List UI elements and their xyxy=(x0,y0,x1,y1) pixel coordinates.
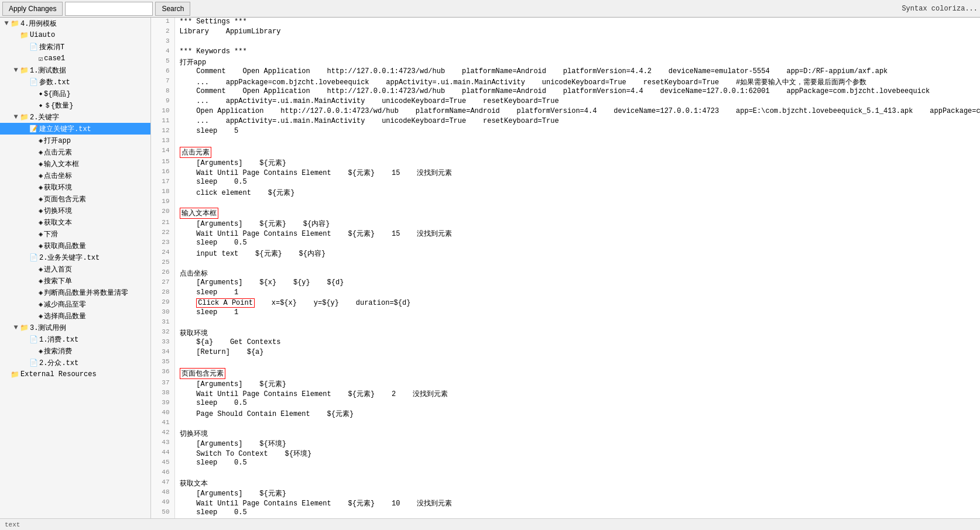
line-content[interactable]: Click A Point x=${x} y=${y} duration=${d… xyxy=(174,298,980,308)
sidebar-item-get-text[interactable]: ◈获取文本 xyxy=(0,216,150,228)
line-content[interactable]: ... appPackage=com.bjzcht.lovebeequick a… xyxy=(174,77,980,87)
code-editor[interactable]: 1*** Settings ***2Library AppiumLibrary3… xyxy=(151,18,980,518)
line-content[interactable] xyxy=(174,198,980,208)
sidebar-item-reduce-goods[interactable]: ◈减少商品至零 xyxy=(0,298,150,310)
highlighted-keyword: 页面包含元素 xyxy=(180,368,225,379)
line-content[interactable]: 切换环境 xyxy=(174,429,980,439)
sidebar-item-page-contains[interactable]: ◈页面包含元素 xyxy=(0,193,150,205)
search-input[interactable] xyxy=(65,2,153,16)
sidebar-item-search-order[interactable]: 📄搜索消T xyxy=(0,41,150,53)
sidebar-item-judge-clear[interactable]: ◈判断商品数量并将数量清零 xyxy=(0,287,150,298)
line-content[interactable] xyxy=(174,259,980,269)
sidebar-item-fen-txt[interactable]: 📄2.分众.txt xyxy=(0,357,150,369)
line-content[interactable] xyxy=(174,358,980,368)
line-content[interactable]: Wait Until Page Contains Element ${元素} 1… xyxy=(174,168,980,178)
sidebar-label-input-text: 输入文本框 xyxy=(44,159,79,169)
line-number: 18 xyxy=(151,188,174,198)
line-content[interactable]: [Arguments] ${x} ${y} ${d} xyxy=(174,278,980,288)
line-content[interactable]: 获取文本 xyxy=(174,479,980,488)
sidebar-item-biz-keywords[interactable]: 📄2.业务关键字.txt xyxy=(0,252,150,263)
line-content[interactable]: 页面包含元素 xyxy=(174,368,980,379)
line-content[interactable]: 打开app xyxy=(174,57,980,67)
line-content[interactable] xyxy=(174,318,980,328)
line-content[interactable]: sleep 1 xyxy=(174,288,980,298)
line-content[interactable]: Library AppiumLibrary xyxy=(174,27,980,37)
line-content[interactable]: sleep 0.5 xyxy=(174,239,980,249)
line-content[interactable]: [Arguments] ${环境} xyxy=(174,439,980,449)
line-content[interactable]: input text ${元素} ${内容} xyxy=(174,249,980,259)
line-content[interactable]: 点击坐标 xyxy=(174,269,980,278)
sidebar-item-input-text[interactable]: ◈输入文本框 xyxy=(0,158,150,170)
sidebar-item-external-resources[interactable]: 📁External Resources xyxy=(0,369,150,380)
sidebar-item-search-order2[interactable]: ◈搜索下单 xyxy=(0,275,150,287)
line-content[interactable]: ... appActivity=.ui.main.MainActivity un… xyxy=(174,97,980,107)
sidebar-item-click-coord[interactable]: ◈点击坐标 xyxy=(0,170,150,181)
line-content[interactable]: 点击元素 xyxy=(174,147,980,158)
sidebar-item-get-env[interactable]: ◈获取环境 xyxy=(0,181,150,193)
sidebar-item-keyword-file[interactable]: 📝建立关键字.txt xyxy=(0,123,150,135)
sidebar-item-consume-txt[interactable]: 📄1.消费.txt xyxy=(0,333,150,345)
line-content[interactable]: sleep 0.5 xyxy=(174,508,980,518)
line-content[interactable]: ${a} Get Contexts xyxy=(174,338,980,348)
sidebar-item-params[interactable]: 📄参数.txt xyxy=(0,76,150,88)
sidebar-item-test-data[interactable]: ▼📁1.测试数据 xyxy=(0,64,150,76)
line-content[interactable]: Comment Open Application http://127.0.0.… xyxy=(174,87,980,97)
node-icon-keywords: 📁 xyxy=(20,113,29,122)
sidebar-label-click-element: 点击元素 xyxy=(44,147,72,157)
line-content[interactable]: [Arguments] ${元素} xyxy=(174,488,980,498)
line-content[interactable]: Comment Open Application http://127.0.0.… xyxy=(174,67,980,77)
line-content[interactable]: [Return] ${a} xyxy=(174,348,980,358)
line-content[interactable]: sleep 0.5 xyxy=(174,459,980,469)
sidebar-item-keywords[interactable]: ▼📁2.关键字 xyxy=(0,111,150,123)
line-content[interactable]: 输入文本框 xyxy=(174,208,980,219)
line-content[interactable]: sleep 5 xyxy=(174,127,980,137)
sidebar-item-switch-env[interactable]: ◈切换环境 xyxy=(0,205,150,216)
status-bar: text xyxy=(0,518,980,530)
line-content[interactable]: *** Keywords *** xyxy=(174,47,980,57)
line-content[interactable] xyxy=(174,419,980,429)
line-content[interactable]: ... appActivity=.ui.main.MainActivity un… xyxy=(174,117,980,127)
sidebar-item-get-count[interactable]: ◈获取商品数量 xyxy=(0,240,150,252)
line-content[interactable]: [Arguments] ${元素} xyxy=(174,158,980,168)
sidebar-item-test-examples[interactable]: ▼📁3.测试用例 xyxy=(0,322,150,333)
line-content[interactable]: [Arguments] ${元素} xyxy=(174,379,980,389)
line-content[interactable]: 获取环境 xyxy=(174,328,980,338)
table-row: 43 [Arguments] ${环境} xyxy=(151,439,980,449)
line-content[interactable]: sleep 1 xyxy=(174,308,980,318)
line-content[interactable] xyxy=(174,37,980,47)
sidebar-item-select-goods[interactable]: ◈选择商品数量 xyxy=(0,310,150,322)
line-content[interactable]: sleep 0.5 xyxy=(174,178,980,188)
line-content[interactable]: Wait Until Page Contains Element ${元素} 2… xyxy=(174,389,980,399)
line-content[interactable]: click element ${元素} xyxy=(174,188,980,198)
sidebar-item-case1[interactable]: ☑case1 xyxy=(0,53,150,64)
line-content[interactable] xyxy=(174,137,980,147)
sidebar-item-goods[interactable]: ⬥${商品} xyxy=(0,88,150,99)
expand-icon-examples[interactable]: ▼ xyxy=(2,19,11,27)
line-content[interactable]: Wait Until Page Contains Element ${元素} 1… xyxy=(174,498,980,508)
sidebar-item-click-element[interactable]: ◈点击元素 xyxy=(0,146,150,158)
node-icon-select-goods: ◈ xyxy=(39,312,43,321)
sidebar-item-goto-home[interactable]: ◈进入首页 xyxy=(0,263,150,275)
line-number: 15 xyxy=(151,158,174,168)
line-content[interactable]: Wait Until Page Contains Element ${元素} 1… xyxy=(174,229,980,239)
sidebar-item-examples[interactable]: ▼📁4.用例模板 xyxy=(0,18,150,29)
apply-changes-button[interactable]: Apply Changes xyxy=(2,2,63,16)
line-content[interactable]: sleep 0.5 xyxy=(174,399,980,409)
sidebar-item-search-consume[interactable]: ◈搜索消费 xyxy=(0,345,150,357)
sidebar-item-scroll-down[interactable]: ◈下滑 xyxy=(0,228,150,240)
expand-icon-test-data[interactable]: ▼ xyxy=(12,66,20,74)
line-content[interactable]: [Arguments] ${元素} ${内容} xyxy=(174,219,980,229)
line-content[interactable]: *** Settings *** xyxy=(174,18,980,27)
click-4-point-highlight: Click A Point xyxy=(196,298,255,308)
search-button[interactable]: Search xyxy=(155,2,190,16)
sidebar-item-quantity[interactable]: ⬥＄{数量} xyxy=(0,99,150,111)
expand-icon-keywords[interactable]: ▼ xyxy=(12,113,20,121)
line-content[interactable] xyxy=(174,469,980,479)
sidebar-item-open-app[interactable]: ◈打开app xyxy=(0,135,150,146)
line-content[interactable]: Page Should Contain Element ${元素} xyxy=(174,409,980,419)
node-icon-quantity: ⬥ xyxy=(39,101,43,109)
line-content[interactable]: Switch To Context ${环境} xyxy=(174,449,980,459)
expand-icon-test-examples[interactable]: ▼ xyxy=(12,323,20,332)
line-content[interactable]: Open Application http://127.0.0.1:4723/w… xyxy=(174,107,980,117)
sidebar-item-uiauto[interactable]: 📁Uiauto xyxy=(0,29,150,41)
